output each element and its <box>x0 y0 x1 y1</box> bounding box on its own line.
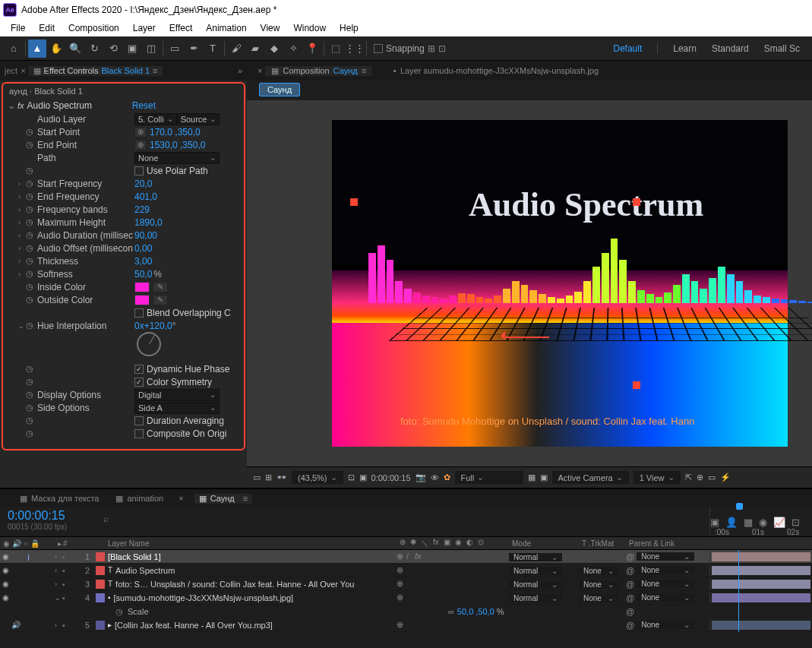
inside-color-swatch[interactable] <box>134 282 150 292</box>
panel-menu-icon[interactable]: ≡ <box>243 494 248 503</box>
color-mgmt-icon[interactable]: ✿ <box>444 473 450 482</box>
twirl-icon[interactable]: › <box>18 206 26 213</box>
trkmat-col-label[interactable]: T .TrkMat <box>579 539 626 548</box>
menu-layer[interactable]: Layer <box>127 21 162 35</box>
panel-menu-icon[interactable]: ≡ <box>362 66 366 75</box>
stopwatch-icon[interactable]: ◷ <box>26 166 36 175</box>
blend-mode-dropdown[interactable]: Normal <box>509 580 562 589</box>
layer-name-col-label[interactable]: Layer Name <box>105 539 397 548</box>
path-dropdown[interactable]: None <box>134 152 220 164</box>
visibility-icon[interactable]: ◉ <box>0 552 11 561</box>
rotation-tool-icon[interactable]: ⟲ <box>104 40 122 58</box>
visibility-icon[interactable]: ◉ <box>0 593 11 602</box>
puppet-tool-icon[interactable]: 📍 <box>303 40 321 58</box>
workspace-default[interactable]: Default <box>613 43 642 54</box>
transparency-grid-icon[interactable]: ▦ <box>528 473 536 482</box>
composite-checkbox[interactable] <box>134 429 144 438</box>
layer-switches[interactable]: ⊕/fx <box>397 552 509 561</box>
clone-tool-icon[interactable]: ▰ <box>246 40 264 58</box>
shy-switch-icon[interactable]: ▪ <box>62 566 65 575</box>
layer-bar[interactable] <box>712 552 810 561</box>
gizmo-icon[interactable]: ⊕ <box>697 473 703 482</box>
blend-mode-dropdown[interactable]: Normal <box>509 567 562 575</box>
stopwatch-icon[interactable]: ◷ <box>26 364 36 374</box>
pickwhip-icon[interactable]: @ <box>626 621 634 630</box>
audio-layer-dropdown[interactable]: 5. Colli <box>134 113 177 125</box>
dynamic-hue-checkbox[interactable]: ✓ <box>134 365 144 374</box>
stopwatch-icon[interactable]: ◷ <box>26 204 36 214</box>
time-ruler[interactable]: :00s 01s 02s <box>709 507 812 536</box>
layer-name[interactable]: ▪[sumudu-mohottige-J3cXXMsNsjw-unsplash.… <box>106 593 397 602</box>
show-snapshot-icon[interactable]: 👁 <box>431 473 439 482</box>
snap-opt1-icon[interactable]: ⊞ <box>428 43 435 54</box>
pan-behind-tool-icon[interactable]: ◫ <box>142 40 160 58</box>
visibility-icon[interactable]: ◉ <box>0 580 11 588</box>
blend-mode-dropdown[interactable]: Normal <box>509 594 562 602</box>
brush-tool-icon[interactable]: 🖌 <box>227 40 245 58</box>
snapping-checkbox[interactable] <box>374 44 383 53</box>
pickwhip-icon[interactable]: @ <box>626 566 634 575</box>
timeline-tab[interactable]: ▦Маска для текста <box>15 494 103 504</box>
stopwatch-icon[interactable]: ◷ <box>26 269 36 279</box>
solo-col-icon[interactable]: ○ <box>24 539 28 548</box>
layer-switches[interactable]: ⊕ <box>397 565 509 575</box>
trkmat-dropdown[interactable]: None <box>579 567 618 575</box>
share-view-icon[interactable]: ⇱ <box>685 473 692 482</box>
hand-tool-icon[interactable]: ✋ <box>47 40 65 58</box>
shy-switch-icon[interactable]: ▪ <box>62 552 65 561</box>
shy-switch-icon[interactable]: ▪ <box>62 580 65 589</box>
stopwatch-icon[interactable]: ◷ <box>26 140 36 150</box>
shy-col-icon[interactable]: ▸ <box>58 539 62 548</box>
reset-button[interactable]: Reset <box>132 100 156 111</box>
layer-switches[interactable]: ⊕ <box>397 620 509 630</box>
rectangle-tool-icon[interactable]: ▭ <box>166 40 184 58</box>
crosshair-icon[interactable]: ⊕ <box>134 140 147 150</box>
type-tool-icon[interactable]: T <box>204 40 222 58</box>
twirl-icon[interactable]: › <box>55 580 62 588</box>
keyframe-marker-icon[interactable]: I <box>27 553 30 562</box>
twirl-icon[interactable]: › <box>55 553 62 561</box>
property-row[interactable]: ◷Scale∞50,0 ,50,0 %@I <box>0 605 812 618</box>
label-color-swatch[interactable] <box>96 580 105 589</box>
eyedropper-icon[interactable]: ✎ <box>153 295 168 305</box>
layer-row[interactable]: ◉⌄▪4▪[sumudu-mohottige-J3cXXMsNsjw-unspl… <box>0 591 812 605</box>
home-icon[interactable]: ⌂ <box>5 40 23 58</box>
layer-bar[interactable] <box>712 621 810 630</box>
trkmat-dropdown[interactable]: None <box>579 580 618 589</box>
snapshot-icon[interactable]: 📷 <box>415 473 426 482</box>
outside-color-swatch[interactable] <box>134 295 150 305</box>
label-color-swatch[interactable] <box>96 593 105 602</box>
quality-dropdown[interactable]: Full <box>455 471 523 484</box>
lock-col-icon[interactable]: 🔒 <box>30 539 39 548</box>
timeline-tab-active[interactable]: ▦Саунд≡ <box>194 494 252 504</box>
parent-dropdown[interactable]: None <box>637 566 694 574</box>
twirl-icon[interactable]: ⌄ <box>18 322 26 330</box>
label-color-swatch[interactable] <box>96 566 105 575</box>
parent-dropdown[interactable]: None <box>637 552 694 561</box>
snap-opt2-icon[interactable]: ⊡ <box>438 43 446 54</box>
menu-effect[interactable]: Effect <box>163 21 198 35</box>
zoom-dropdown[interactable]: (43,5%) <box>292 471 343 484</box>
stopwatch-icon[interactable]: ◷ <box>26 377 36 387</box>
comp-breadcrumb-chip[interactable]: Саунд <box>259 83 300 96</box>
composition-tab[interactable]: ▦ Composition Саунд ≡ <box>265 66 372 76</box>
project-tab-trunc[interactable]: ject <box>2 66 17 75</box>
effect-name[interactable]: Audio Spectrum <box>27 100 118 111</box>
zoom-tool-icon[interactable]: 🔍 <box>66 40 84 58</box>
duration-avg-checkbox[interactable] <box>134 416 144 425</box>
pixel-aspect-icon[interactable]: ▭ <box>708 473 716 482</box>
stopwatch-icon[interactable]: ◷ <box>26 428 36 438</box>
parent-dropdown[interactable]: None <box>637 593 694 602</box>
stopwatch-icon[interactable]: ◷ <box>26 256 36 266</box>
polar-path-checkbox[interactable] <box>134 166 144 175</box>
fx-badge-icon[interactable]: fx <box>17 101 24 110</box>
pickwhip-icon[interactable]: @ <box>626 593 634 602</box>
twirl-icon[interactable]: › <box>18 219 26 226</box>
parent-col-label[interactable]: Parent & Link <box>626 539 709 548</box>
display-icon[interactable]: ▭ <box>253 473 261 482</box>
views-dropdown[interactable]: 1 View <box>633 471 681 484</box>
mesh-icon[interactable]: ⬚ <box>327 40 345 58</box>
end-point-value[interactable]: 1530,0 ,350,0 <box>150 140 205 150</box>
audio-col-icon[interactable]: 🔊 <box>12 539 21 548</box>
current-timecode[interactable]: 0:00:00:15 <box>8 509 91 523</box>
